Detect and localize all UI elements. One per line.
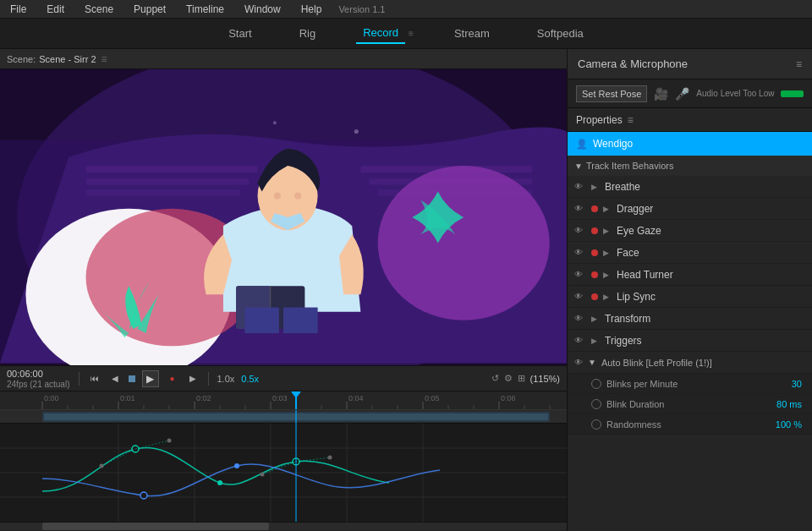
behavior-transform[interactable]: 👁 ▶ Transform <box>568 308 812 330</box>
randomness-value[interactable]: 100 % <box>776 419 802 430</box>
menu-window[interactable]: Window <box>241 2 284 17</box>
scene-header: Scene: Scene - Sirr 2 ≡ <box>0 49 567 69</box>
timeline-icons: ↺ ⚙ ⊞ (115%) <box>491 373 560 384</box>
nav-record[interactable]: Record <box>356 23 405 44</box>
visibility-icon: 👁 <box>574 248 586 257</box>
menu-puppet[interactable]: Puppet <box>130 2 169 17</box>
prop-circle-icon <box>591 419 601 430</box>
menu-help[interactable]: Help <box>298 2 326 17</box>
refresh-icon[interactable]: ↺ <box>491 373 499 384</box>
svg-point-70 <box>140 492 147 499</box>
behavior-dragger[interactable]: 👁 ▶ Dragger <box>568 198 812 220</box>
canvas-viewport <box>0 69 567 365</box>
behavior-name: Triggers <box>605 335 642 347</box>
svg-rect-24 <box>244 308 279 333</box>
ruler-svg: 0:00 0:01 0:02 0:03 <box>0 391 567 409</box>
scrollbar-thumb[interactable] <box>42 523 269 530</box>
go-start-button[interactable]: ⏮ <box>88 372 102 386</box>
record-dot <box>591 293 598 300</box>
timecode: 00:06:00 <box>7 369 70 379</box>
behavior-name: Transform <box>605 313 650 325</box>
nav-record-area: Record ≡ <box>356 23 414 44</box>
svg-rect-25 <box>283 308 318 333</box>
section-arrow-icon: ▼ <box>574 161 583 171</box>
speed-val: 0.5x <box>241 374 259 384</box>
timeline-area: 00:06:00 24fps (21 actual) ⏮ ◀ ▶ ● ▶ 1.0… <box>0 365 567 530</box>
props-menu-icon[interactable]: ≡ <box>628 114 634 126</box>
canvas-background <box>0 69 567 365</box>
track-behaviors-label: Track Item Behaviors <box>586 161 674 171</box>
cam-menu-icon[interactable]: ≡ <box>796 58 802 70</box>
puppet-row[interactable]: 👤 Wendigo <box>568 132 812 156</box>
nav-rig[interactable]: Rig <box>293 24 323 43</box>
main-area: Scene: Scene - Sirr 2 ≡ <box>0 49 812 531</box>
menu-scene[interactable]: Scene <box>81 2 117 17</box>
expand-icon: ▶ <box>591 315 600 323</box>
menu-file[interactable]: File <box>7 2 30 17</box>
behavior-triggers[interactable]: 👁 ▶ Triggers <box>568 330 812 352</box>
puppet-name: Wendigo <box>593 138 633 150</box>
top-nav: Start Rig Record ≡ Stream Softpedia <box>0 19 812 49</box>
randomness-label: Randomness <box>606 419 776 430</box>
play-button[interactable]: ▶ <box>142 370 159 387</box>
behavior-breathe[interactable]: 👁 ▶ Breathe <box>568 176 812 198</box>
svg-point-69 <box>217 480 222 485</box>
visibility-icon: 👁 <box>574 314 586 323</box>
version-label: Version 1.1 <box>338 4 385 14</box>
fps-display: 24fps (21 actual) <box>7 380 70 389</box>
behavior-lip-sync[interactable]: 👁 ▶ Lip Sync <box>568 286 812 308</box>
nav-softpedia[interactable]: Softpedia <box>530 24 590 43</box>
scene-menu-icon[interactable]: ≡ <box>102 53 107 65</box>
scene-illustration <box>0 69 567 365</box>
nav-stream[interactable]: Stream <box>447 24 497 43</box>
speed-label: 1.0x <box>217 374 235 384</box>
prop-circle-icon <box>591 379 601 389</box>
audio-level-label: Audio Level Too Low <box>696 89 774 98</box>
behavior-name: Head Turner <box>617 269 673 281</box>
timeline-ruler[interactable]: 0:00 0:01 0:02 0:03 <box>0 391 567 410</box>
auto-blink-eye-icon: 👁 <box>574 358 583 367</box>
nav-start[interactable]: Start <box>222 24 258 43</box>
right-panel: Camera & Microphone ≡ Set Rest Pose 🎥 🎤 … <box>567 49 812 531</box>
auto-blink-header[interactable]: 👁 ▼ Auto Blink [Left Profile (1!)] <box>568 352 812 374</box>
svg-point-20 <box>294 193 301 200</box>
blink-duration-value[interactable]: 80 ms <box>776 399 802 409</box>
record-dot <box>591 205 598 212</box>
blinks-per-minute-value[interactable]: 30 <box>792 379 802 389</box>
svg-point-75 <box>167 439 172 443</box>
expand-icon: ▶ <box>603 227 612 235</box>
menu-edit[interactable]: Edit <box>43 2 68 17</box>
graph-area <box>0 424 567 522</box>
expand-icon: ▶ <box>603 205 612 213</box>
camera-microphone-header: Camera & Microphone ≡ <box>568 49 812 79</box>
timeline-scrollbar[interactable] <box>0 522 567 530</box>
svg-marker-55 <box>291 391 301 398</box>
prop-circle-icon <box>591 399 601 409</box>
record-transport-button[interactable]: ● <box>166 372 179 386</box>
svg-point-79 <box>328 456 332 460</box>
svg-point-17 <box>378 166 550 320</box>
behavior-name: Eye Gaze <box>617 225 661 237</box>
set-rest-pose-button[interactable]: Set Rest Pose <box>576 85 647 102</box>
svg-point-74 <box>100 464 104 468</box>
prev-frame-button[interactable]: ◀ <box>108 372 122 386</box>
props-label: Properties <box>576 114 623 126</box>
canvas-area: Scene: Scene - Sirr 2 ≡ <box>0 49 567 531</box>
separator2 <box>208 372 209 386</box>
behavior-eye-gaze[interactable]: 👁 ▶ Eye Gaze <box>568 220 812 242</box>
menu-timeline[interactable]: Timeline <box>183 2 228 17</box>
blinks-per-minute-row: Blinks per Minute 30 <box>568 374 812 394</box>
visibility-icon: 👁 <box>574 336 586 345</box>
waveform-svg <box>0 410 567 424</box>
grid-icon[interactable]: ⊞ <box>518 373 525 384</box>
behavior-head-turner[interactable]: 👁 ▶ Head Turner <box>568 264 812 286</box>
next-frame-button[interactable]: ▶ <box>186 372 200 386</box>
loop-indicator <box>129 375 135 382</box>
waveform-area <box>0 410 567 424</box>
puppet-icon: 👤 <box>576 139 588 150</box>
behavior-name: Face <box>617 247 639 259</box>
settings-icon[interactable]: ⚙ <box>504 373 513 384</box>
behavior-face[interactable]: 👁 ▶ Face <box>568 242 812 264</box>
track-behaviors-header[interactable]: ▼ Track Item Behaviors <box>568 156 812 176</box>
microphone-icon: 🎤 <box>675 87 689 101</box>
